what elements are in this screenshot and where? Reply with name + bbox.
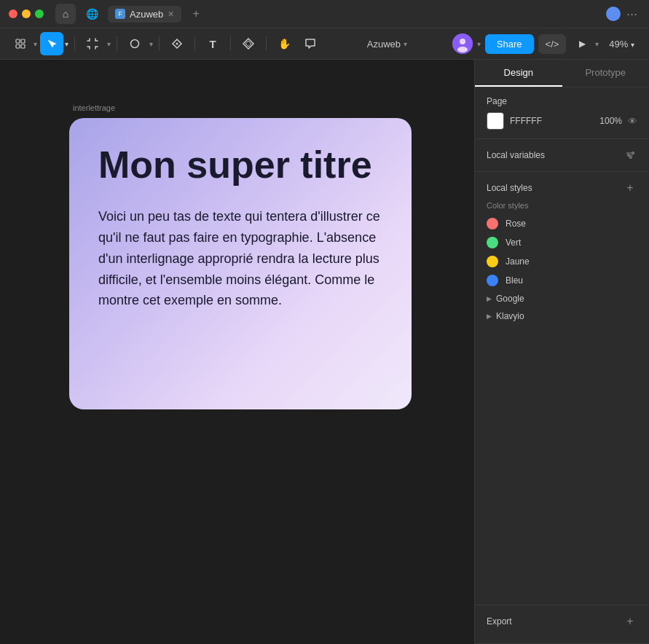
globe-button[interactable]: 🌐 [82, 4, 102, 24]
color-style-bleu[interactable]: Bleu [487, 271, 637, 290]
tool-frame-dropdown: ▾ [107, 40, 111, 48]
tool-move[interactable] [40, 32, 63, 55]
close-button[interactable] [9, 9, 17, 18]
color-label-rose: Rose [506, 219, 526, 229]
separator-6 [266, 36, 267, 51]
group-arrow-google: ▶ [487, 295, 492, 302]
tool-pen[interactable] [165, 32, 189, 55]
play-button[interactable]: ▶ [570, 32, 594, 55]
share-button[interactable]: Share [485, 34, 534, 54]
tab-bar: ⌂ 🌐 F Azuweb ✕ + [55, 4, 600, 24]
tool-text[interactable]: T [201, 32, 224, 55]
svg-rect-3 [21, 44, 25, 48]
tool-group-cursor: ▾ [40, 32, 68, 55]
new-tab-button[interactable]: + [187, 5, 205, 23]
canvas-label: interlettrage [73, 103, 115, 112]
card-body: Voici un peu tas de texte qui tentera d'… [98, 206, 382, 311]
tool-hand[interactable]: ✋ [272, 32, 296, 55]
tab-design[interactable]: Design [475, 60, 562, 87]
export-header: Export + [487, 614, 637, 629]
local-styles-section: Local styles + Color styles Rose Vert Ja… [475, 172, 649, 605]
color-style-jaune[interactable]: Jaune [487, 252, 637, 271]
avatar [452, 34, 473, 54]
tab-label: Azuweb [130, 9, 163, 20]
local-styles-title: Local styles [487, 183, 532, 193]
play-group: ▶ ▾ [570, 32, 599, 55]
canvas[interactable]: interlettrage Mon super titre Voici un p… [0, 60, 474, 644]
toolbar-right: ▾ Share </> ▶ ▾ 49% ▾ [452, 32, 640, 55]
local-variables-row: Local variables [487, 148, 637, 162]
svg-rect-2 [16, 44, 20, 48]
panel-tabs: Design Prototype [475, 60, 649, 87]
title-bar: ⌂ 🌐 F Azuweb ✕ + ··· [0, 0, 649, 28]
svg-point-7 [460, 39, 465, 44]
group-name-google: Google [496, 294, 524, 304]
svg-point-4 [131, 40, 139, 48]
page-color-swatch[interactable] [487, 112, 504, 130]
visibility-toggle[interactable]: 👁 [628, 116, 637, 127]
code-button[interactable]: </> [538, 34, 567, 54]
minimize-button[interactable] [22, 9, 31, 18]
separator-1 [74, 36, 75, 51]
group-klavyio[interactable]: ▶ Klavyio [487, 307, 637, 325]
local-variables-title: Local variables [487, 150, 545, 160]
play-dropdown: ▾ [595, 40, 599, 48]
separator-3 [159, 36, 160, 51]
color-label-bleu: Bleu [506, 275, 523, 286]
user-dot [606, 7, 621, 21]
traffic-lights [9, 9, 44, 18]
color-dot-vert [487, 237, 498, 248]
tool-dropdown-arrow: ▾ [34, 40, 37, 48]
page-color-value: FFFFFF [510, 116, 594, 126]
color-dot-jaune [487, 256, 498, 267]
tool-frame[interactable] [81, 32, 104, 55]
color-label-jaune: Jaune [506, 256, 530, 267]
group-name-klavyio: Klavyio [496, 311, 524, 321]
file-dropdown-icon: ▾ [404, 40, 407, 48]
local-styles-add[interactable]: + [623, 181, 637, 195]
svg-point-8 [457, 47, 468, 52]
zoom-dropdown: ▾ [631, 41, 634, 49]
right-panel: Design Prototype Page FFFFFF 100% 👁 Loca… [474, 60, 649, 644]
separator-2 [117, 36, 117, 51]
page-section: Page FFFFFF 100% 👁 [475, 87, 649, 139]
tool-select-group[interactable] [9, 32, 32, 55]
tool-shape[interactable] [123, 32, 146, 55]
local-variables-section: Local variables [475, 139, 649, 172]
file-name-label: Azuweb [367, 39, 401, 50]
group-google[interactable]: ▶ Google [487, 290, 637, 307]
export-add[interactable]: + [623, 614, 637, 629]
color-style-vert[interactable]: Vert [487, 233, 637, 252]
tab-azuweb[interactable]: F Azuweb ✕ [108, 6, 181, 23]
zoom-control[interactable]: 49% ▾ [603, 36, 640, 52]
more-button[interactable]: ··· [624, 4, 640, 25]
local-variables-action[interactable] [623, 148, 637, 162]
page-opacity: 100% [599, 116, 622, 126]
separator-5 [230, 36, 231, 51]
title-bar-right: ··· [606, 4, 640, 25]
page-section-header: Page [487, 96, 637, 106]
local-styles-header: Local styles + [487, 181, 637, 195]
group-arrow-klavyio: ▶ [487, 313, 492, 320]
avatar-dropdown: ▾ [477, 40, 481, 48]
main-area: interlettrage Mon super titre Voici un p… [0, 60, 649, 644]
toolbar-center: Azuweb ▾ [325, 36, 449, 52]
svg-rect-1 [21, 39, 25, 43]
maximize-button[interactable] [35, 9, 44, 18]
tab-prototype[interactable]: Prototype [562, 60, 650, 87]
card-title: Mon super titre [98, 144, 382, 186]
tool-shape-dropdown: ▾ [149, 40, 153, 48]
toolbar: ▾ ▾ ▾ ▾ T ✋ [0, 28, 649, 60]
color-label-vert: Vert [506, 237, 521, 248]
tool-component[interactable] [237, 32, 260, 55]
tool-comment[interactable] [299, 32, 322, 55]
svg-point-5 [176, 43, 178, 45]
file-name[interactable]: Azuweb ▾ [361, 36, 413, 52]
color-style-rose[interactable]: Rose [487, 214, 637, 233]
separator-4 [194, 36, 195, 51]
tab-icon: F [115, 9, 125, 19]
zoom-label: 49% [609, 39, 628, 50]
tab-close-button[interactable]: ✕ [168, 9, 174, 19]
export-section: Export + [475, 605, 649, 644]
home-button[interactable]: ⌂ [55, 4, 76, 24]
